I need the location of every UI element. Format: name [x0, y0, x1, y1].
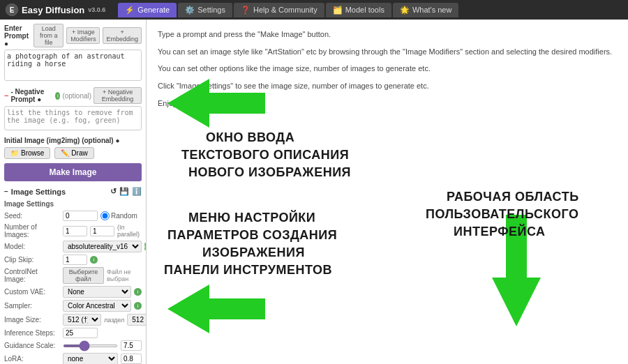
model-select[interactable]: absolutereality_v16 [63, 241, 142, 252]
prompt-toolbar: Enter Prompt ● Load from a file + Image … [4, 24, 142, 47]
top-nav: ⚡ Generate ⚙️ Settings ❓ Help & Communit… [118, 3, 458, 17]
tab-settings[interactable]: ⚙️ Settings [178, 3, 232, 17]
custom-vae-info-icon[interactable]: i [134, 288, 142, 296]
init-image-header: Initial Image (img2img) (optional) ● [4, 137, 142, 144]
welcome-line1: Type a prompt and press the "Make Image"… [158, 28, 617, 41]
guidance-scale-value[interactable] [121, 340, 142, 351]
settings-icon: ⚙️ [185, 6, 195, 15]
image-settings-group-title: Image Settings [4, 200, 142, 208]
welcome-line3: You can set other options like the image… [158, 62, 617, 75]
sampler-info-icon[interactable]: i [134, 302, 142, 310]
seed-row: Seed: Random [4, 211, 142, 221]
image-modifiers-button[interactable]: + Image Modifiers [66, 27, 100, 44]
save-icon[interactable]: 💾 [119, 187, 129, 196]
image-settings-header: − Image Settings ↺ 💾 ℹ️ [4, 187, 142, 196]
clip-skip-row: Clip Skip: i [4, 255, 142, 265]
neg-prompt-label: - Negative Prompt ● [10, 88, 53, 103]
svg-text:E: E [10, 6, 15, 14]
model-label: Model: [4, 243, 60, 250]
arrow3-shape [492, 215, 541, 326]
height-select[interactable]: 512 (*) [127, 314, 147, 326]
model-tools-icon: 🗂️ [333, 6, 343, 15]
lora-weight-input[interactable] [121, 354, 142, 364]
lora-select[interactable]: none [63, 353, 118, 364]
clip-skip-label: Clip Skip: [4, 256, 60, 264]
random-label: Random [100, 211, 137, 220]
tab-model-tools[interactable]: 🗂️ Model tools [326, 3, 391, 17]
left-panel: Enter Prompt ● Load from a file + Image … [0, 20, 147, 364]
neg-prompt-header: − - Negative Prompt ● i (optional) + Neg… [4, 87, 142, 104]
num-images-input[interactable] [63, 226, 87, 236]
size-divider: лаздел [104, 317, 124, 324]
guidance-scale-label: Guidance Scale: [4, 342, 60, 349]
image-settings-group: Image Settings Seed: Random Number of Im… [4, 200, 142, 364]
welcome-line4: Click "Image Settings" to see the image … [158, 79, 617, 93]
arrow2-label-line3: ИЗОБРАЖЕНИЯ [202, 245, 305, 259]
init-image-section: Initial Image (img2img) (optional) ● 📁 B… [4, 137, 142, 159]
right-area: Type a prompt and press the "Make Image"… [147, 20, 628, 364]
optional-label: (optional) [62, 92, 91, 100]
load-from-file-button[interactable]: Load from a file [33, 24, 63, 47]
image-size-label: Image Size: [4, 316, 60, 324]
clip-skip-info-icon[interactable]: i [90, 256, 98, 264]
browse-button[interactable]: 📁 Browse [4, 147, 50, 159]
main-layout: Enter Prompt ● Load from a file + Image … [0, 20, 628, 364]
neg-prompt-section: − - Negative Prompt ● i (optional) + Neg… [4, 87, 142, 132]
controlnet-file-btn[interactable]: Выберите файл [63, 267, 104, 284]
sampler-label: Sampler: [4, 302, 60, 310]
tab-help[interactable]: ❓ Help & Community [234, 3, 324, 17]
arrow2-label-line1: МЕНЮ НАСТРОЙКИ [188, 210, 315, 225]
clip-skip-input[interactable] [63, 255, 87, 265]
arrow3-label-line3: ИНТЕРФЕЙСА [454, 224, 546, 238]
guidance-scale-slider[interactable] [63, 344, 118, 347]
tab-whats-new[interactable]: 🌟 What's new [393, 3, 459, 17]
embedding-button[interactable]: + Embedding [103, 27, 142, 44]
info2-icon[interactable]: ℹ️ [132, 187, 142, 196]
arrow2-label-line2: ПАРАМЕТРОВ СОЗДАНИЯ [167, 228, 337, 242]
sampler-select[interactable]: Color Ancestral [63, 300, 131, 312]
neg-prompt-info-icon[interactable]: i [55, 92, 60, 100]
image-settings-label: Image Settings [11, 188, 66, 196]
welcome-line2: You can set an image style like "ArtStat… [158, 45, 617, 59]
neg-prompt-textarea[interactable]: list the things to remove from the image… [4, 106, 142, 130]
top-bar: E Easy Diffusion v3.0.6 ⚡ Generate ⚙️ Se… [0, 0, 628, 20]
lora-label: LoRA: [4, 355, 60, 363]
collapse-icon[interactable]: − [4, 188, 8, 195]
draw-button[interactable]: ✏️ Draw [54, 147, 94, 159]
generate-icon: ⚡ [125, 6, 135, 15]
guidance-scale-row: Guidance Scale: [4, 340, 142, 351]
model-info-icon[interactable]: i [144, 243, 146, 250]
pencil-icon: ✏️ [61, 149, 69, 157]
whats-new-icon: 🌟 [400, 6, 410, 15]
num-images-step-input[interactable] [90, 226, 114, 236]
custom-vae-select[interactable]: None [63, 286, 131, 298]
welcome-line5: Enjoy :) [158, 97, 617, 110]
image-settings-section: − Image Settings ↺ 💾 ℹ️ Image Settings S… [4, 187, 142, 364]
help-icon: ❓ [241, 6, 251, 15]
inference-steps-input[interactable] [63, 328, 98, 338]
num-images-label: Number of Images: [4, 223, 60, 238]
random-radio[interactable] [100, 211, 110, 220]
arrow3-group: РАБОЧАЯ ОБЛАСТЬ ПОЛЬЗОВАТЕЛЬСКОГО ИНТЕРФ… [426, 190, 579, 326]
sampler-row: Sampler: Color Ancestral i [4, 300, 142, 312]
tab-generate[interactable]: ⚡ Generate [118, 3, 177, 17]
seed-input[interactable] [63, 211, 98, 221]
prompt-textarea[interactable]: a photograph of an astronaut riding a ho… [4, 50, 142, 81]
controlnet-label: ControlNet Image: [4, 268, 60, 283]
arrow1-label-line3: НОВОГО ИЗОБРАЖЕНИЯ [188, 165, 351, 179]
arrow2-label-line4: ПАНЕЛИ ИНСТРУМЕНТОВ [164, 263, 332, 277]
reset-icon[interactable]: ↺ [110, 187, 117, 196]
arrow1-label-line1: ОКНО ВВОДА [206, 130, 294, 144]
neg-embedding-button[interactable]: + Negative Embedding [94, 87, 142, 104]
make-image-button[interactable]: Make Image [4, 163, 142, 181]
arrow2-shape [167, 285, 265, 333]
width-select[interactable]: 512 (†) [63, 314, 101, 326]
model-row: Model: absolutereality_v16 i [4, 241, 142, 252]
welcome-text: Type a prompt and press the "Make Image"… [147, 20, 628, 122]
neg-icon: − [4, 91, 8, 100]
custom-vae-label: Custom VAE: [4, 288, 60, 296]
app-version: v3.0.6 [88, 6, 105, 13]
logo-icon: E [6, 3, 18, 16]
controlnet-row: ControlNet Image: Выберите файл Файл не … [4, 267, 142, 284]
controlnet-file-name: Файл не выбран [107, 268, 142, 282]
